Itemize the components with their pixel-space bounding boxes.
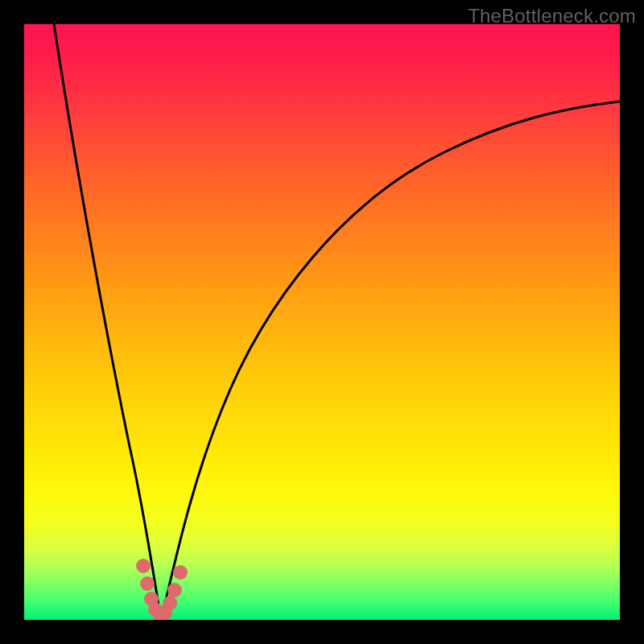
svg-point-1 — [140, 576, 155, 591]
curve-right-branch — [161, 101, 620, 620]
watermark-text: TheBottleneck.com — [468, 5, 636, 27]
marker-cluster — [136, 559, 188, 620]
svg-point-7 — [167, 583, 182, 597]
chart-frame: TheBottleneck.com — [0, 0, 644, 644]
svg-point-8 — [173, 565, 188, 580]
svg-point-6 — [163, 596, 177, 610]
curve-layer — [24, 24, 620, 620]
curve-left-branch — [54, 24, 161, 620]
svg-point-0 — [136, 559, 151, 573]
plot-area — [24, 24, 620, 620]
